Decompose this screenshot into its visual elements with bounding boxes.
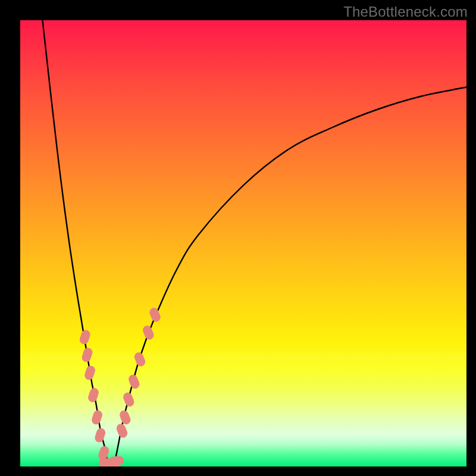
data-marker	[148, 306, 162, 323]
watermark-text: TheBottleneck.com	[343, 4, 468, 20]
data-marker	[93, 427, 107, 443]
curve-bottleneck-left	[43, 20, 108, 466]
plot-area	[20, 20, 466, 466]
data-marker	[142, 324, 155, 341]
data-marker	[87, 387, 100, 403]
data-marker	[118, 409, 132, 426]
chart-frame: TheBottleneck.com	[0, 0, 476, 476]
data-marker	[79, 329, 92, 345]
bottleneck-curve	[20, 20, 466, 466]
data-marker	[122, 392, 136, 408]
data-marker	[133, 351, 147, 368]
data-marker	[127, 374, 141, 390]
data-marker	[109, 456, 124, 465]
data-marker	[81, 347, 94, 363]
data-marker	[90, 409, 104, 425]
data-marker	[83, 365, 96, 381]
curve-bottleneck-right	[114, 87, 467, 467]
data-marker	[115, 422, 129, 439]
